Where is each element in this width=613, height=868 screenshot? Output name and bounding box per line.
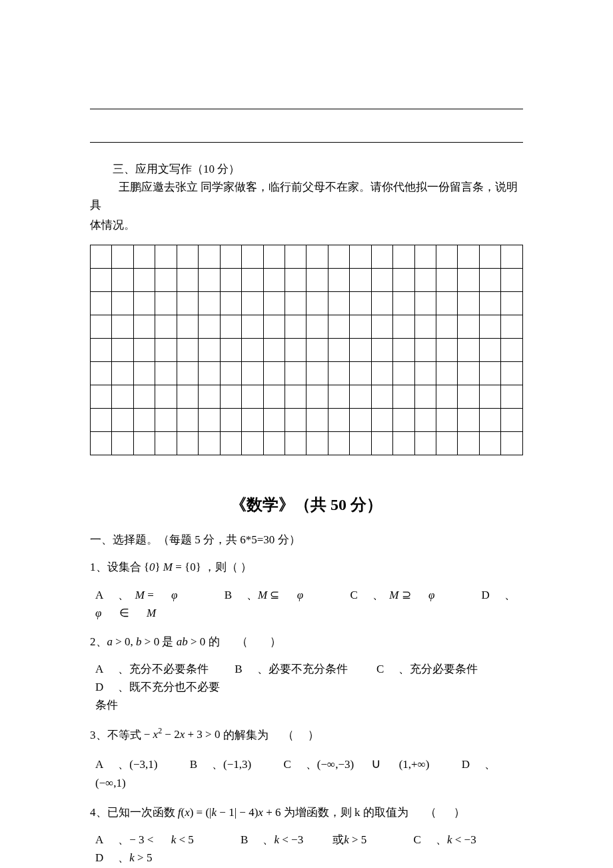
grid-cell	[112, 408, 133, 431]
grid-cell	[177, 408, 198, 431]
grid-cell	[328, 245, 349, 268]
grid-cell	[371, 315, 392, 338]
grid-cell	[328, 291, 349, 315]
grid-cell	[177, 291, 198, 315]
grid-cell	[328, 268, 349, 291]
grid-cell	[91, 291, 112, 315]
grid-cell	[199, 361, 220, 385]
grid-cell	[263, 385, 285, 408]
grid-cell	[242, 245, 263, 268]
blank-line	[90, 127, 523, 143]
grid-cell	[479, 385, 500, 408]
grid-cell	[371, 385, 392, 408]
grid-cell	[393, 245, 414, 268]
q4-stem-a: 4、已知一次函数	[90, 806, 175, 819]
grid-cell	[91, 385, 112, 408]
grid-cell	[458, 361, 479, 385]
grid-cell	[479, 291, 500, 315]
grid-cell	[306, 431, 328, 455]
grid-cell	[436, 315, 458, 338]
grid-cell	[177, 315, 198, 338]
grid-cell	[199, 385, 220, 408]
q2-optD-cont: 条件	[95, 699, 118, 711]
q2-optC: 充分必要条件	[410, 663, 478, 675]
grid-cell	[220, 408, 241, 431]
question-4: 4、已知一次函数 f(x) = (|k − 1| − 4)x + 6 f(x) …	[90, 803, 523, 867]
grid-cell	[263, 291, 285, 315]
grid-cell	[285, 361, 306, 385]
grid-cell	[263, 338, 285, 361]
grid-cell	[242, 361, 263, 385]
q2-stem-a: 2、	[90, 635, 107, 648]
grid-cell	[199, 245, 220, 268]
grid-cell	[112, 361, 133, 385]
q3-optC: C、(−∞,−3) ∪ (1,+∞)	[283, 758, 444, 771]
grid-cell	[458, 315, 479, 338]
grid-cell	[393, 268, 414, 291]
q4-optB: B、k < −3或k > 5	[241, 833, 396, 846]
grid-cell	[220, 268, 241, 291]
grid-cell	[414, 338, 436, 361]
grid-cell	[91, 245, 112, 268]
grid-cell	[133, 385, 155, 408]
grid-cell	[91, 408, 112, 431]
grid-cell	[501, 408, 523, 431]
grid-cell	[371, 338, 392, 361]
grid-cell	[155, 361, 177, 385]
math-section-1: 一、选择题。（每题 5 分，共 6*5=30 分）	[90, 531, 523, 549]
grid-cell	[177, 245, 198, 268]
grid-cell	[199, 431, 220, 455]
grid-cell	[242, 268, 263, 291]
grid-cell	[436, 361, 458, 385]
grid-cell	[199, 315, 220, 338]
grid-cell	[350, 315, 371, 338]
grid-cell	[177, 338, 198, 361]
question-1: 1、设集合 {0} M = {0} M = {0} ，则（ ） A、 M = φ…	[90, 558, 523, 622]
grid-cell	[263, 431, 285, 455]
q1-set: M = {0}	[163, 561, 201, 573]
q4-optA: A、− 3 < k < 5	[95, 833, 223, 846]
grid-cell	[155, 385, 177, 408]
grid-cell	[199, 291, 220, 315]
grid-cell	[285, 291, 306, 315]
grid-cell	[414, 385, 436, 408]
grid-cell	[501, 315, 523, 338]
grid-cell	[328, 385, 349, 408]
grid-cell	[220, 431, 241, 455]
essay-prompt-line1: 王鹏应邀去张立 同学家做客，临行前父母不在家。请你代他拟一份留言条，说明具	[90, 178, 523, 214]
grid-cell	[371, 245, 392, 268]
grid-cell	[458, 245, 479, 268]
grid-cell	[371, 268, 392, 291]
grid-cell	[501, 291, 523, 315]
grid-cell	[371, 408, 392, 431]
grid-cell	[155, 431, 177, 455]
q3-optA: A、(−3,1)	[95, 758, 172, 771]
grid-cell	[414, 315, 436, 338]
grid-cell	[263, 315, 285, 338]
grid-cell	[350, 408, 371, 431]
grid-cell	[458, 431, 479, 455]
grid-cell	[414, 361, 436, 385]
grid-cell	[133, 338, 155, 361]
grid-cell	[501, 385, 523, 408]
grid-cell	[220, 338, 241, 361]
grid-cell	[306, 291, 328, 315]
grid-cell	[155, 408, 177, 431]
grid-cell	[112, 385, 133, 408]
grid-cell	[479, 361, 500, 385]
grid-cell	[306, 408, 328, 431]
grid-cell	[112, 245, 133, 268]
grid-cell	[133, 408, 155, 431]
grid-cell	[263, 408, 285, 431]
grid-cell	[414, 268, 436, 291]
grid-cell	[199, 408, 220, 431]
grid-cell	[242, 291, 263, 315]
grid-cell	[91, 431, 112, 455]
grid-cell	[328, 315, 349, 338]
grid-cell	[479, 268, 500, 291]
grid-cell	[199, 338, 220, 361]
grid-cell	[112, 268, 133, 291]
grid-cell	[242, 408, 263, 431]
q1-optC: C、 M ⊇ φ	[350, 589, 464, 601]
grid-cell	[242, 338, 263, 361]
